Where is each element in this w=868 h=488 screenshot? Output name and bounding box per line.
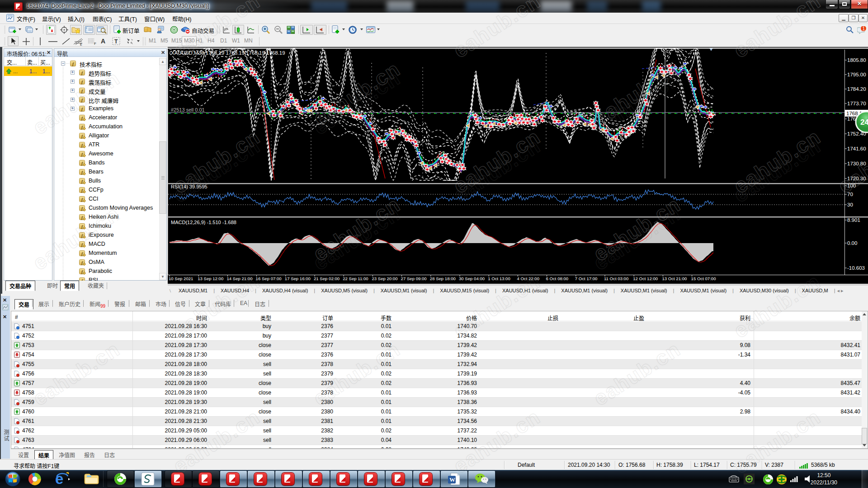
svg-text:6 Oct 08:00: 6 Oct 08:00 (546, 276, 569, 281)
svg-text:E: E (80, 43, 82, 46)
svg-text:1773.70: 1773.70 (847, 101, 866, 106)
svg-text:13 Oct 21:00: 13 Oct 21:00 (662, 276, 687, 281)
svg-text:10 Sep 2021: 10 Sep 2021 (169, 276, 193, 281)
svg-text:1784.20: 1784.20 (847, 86, 866, 92)
svg-text:0.00: 0.00 (847, 240, 857, 246)
svg-text:15 Oct 07:00: 15 Oct 07:00 (691, 276, 716, 281)
svg-text:17 Sep 16:00: 17 Sep 16:00 (285, 276, 311, 281)
svg-text:1: 1 (863, 26, 865, 31)
svg-text:30: 30 (847, 202, 853, 207)
svg-text:#2513 sell 0.01: #2513 sell 0.01 (171, 107, 205, 113)
svg-text:1805.80: 1805.80 (847, 57, 866, 63)
svg-text:MACD(12,26,9) -1.510 -1.688: MACD(12,26,9) -1.510 -1.688 (171, 220, 236, 225)
svg-text:13 Sep 12:00: 13 Sep 12:00 (198, 276, 223, 281)
svg-text:T: T (114, 38, 118, 45)
svg-text:27 Sep 09:00: 27 Sep 09:00 (401, 276, 427, 281)
svg-text:11 Oct 03:00: 11 Oct 03:00 (604, 276, 628, 281)
svg-text:24: 24 (860, 118, 868, 127)
svg-text:16 Sep 07:00: 16 Sep 07:00 (256, 276, 282, 281)
svg-text:1741.60: 1741.60 (847, 146, 866, 151)
svg-text:-10.603: -10.603 (847, 265, 865, 271)
svg-text:1 Oct 13:00: 1 Oct 13:00 (488, 276, 510, 281)
svg-text:28 Sep 18:00: 28 Sep 18:00 (430, 276, 456, 281)
svg-text:21 Sep 02:00: 21 Sep 02:00 (314, 276, 340, 281)
svg-text:1795.00: 1795.00 (847, 72, 866, 77)
svg-text:7 Oct 17:00: 7 Oct 17:00 (575, 276, 598, 281)
svg-text:23 Sep 20:00: 23 Sep 20:00 (372, 276, 397, 281)
svg-text:F: F (94, 42, 96, 46)
svg-text:8.901: 8.901 (847, 217, 860, 223)
svg-text:W: W (449, 476, 455, 483)
svg-text:22 Sep 11:00: 22 Sep 11:00 (343, 276, 368, 281)
svg-text:12 Oct 12:00: 12 Oct 12:00 (633, 276, 658, 281)
svg-text:30 Sep 04:00: 30 Sep 04:00 (459, 276, 485, 281)
